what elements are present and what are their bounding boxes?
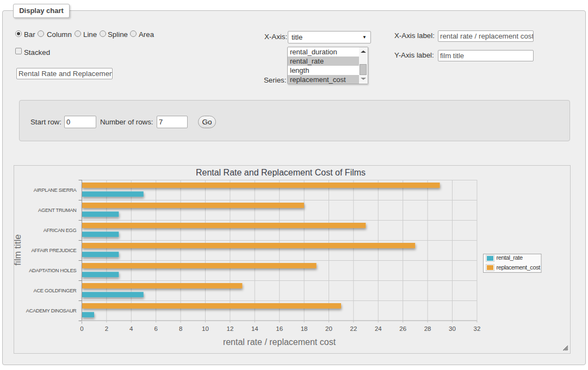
svg-text:AGENT TRUMAN: AGENT TRUMAN	[38, 208, 76, 213]
svg-text:12: 12	[227, 325, 234, 332]
svg-text:ADAPTATION HOLES: ADAPTATION HOLES	[29, 268, 76, 273]
svg-text:10: 10	[202, 325, 209, 332]
svg-text:6: 6	[154, 325, 157, 332]
svg-text:28: 28	[424, 325, 431, 332]
svg-text:18: 18	[301, 325, 308, 332]
svg-text:0: 0	[80, 325, 83, 332]
svg-text:16: 16	[276, 325, 283, 332]
svg-text:30: 30	[449, 325, 456, 332]
svg-text:Rental Rate and Replacement Co: Rental Rate and Replacement Cost of Film…	[196, 168, 366, 177]
svg-text:22: 22	[350, 325, 357, 332]
svg-text:film title: film title	[14, 234, 23, 266]
svg-text:AFRICAN EGG: AFRICAN EGG	[44, 228, 77, 233]
svg-text:ACADEMY DINOSAUR: ACADEMY DINOSAUR	[26, 308, 77, 313]
svg-text:replacement_cost: replacement_cost	[497, 264, 541, 271]
svg-text:4: 4	[129, 325, 133, 332]
svg-text:ACE GOLDFINGER: ACE GOLDFINGER	[34, 288, 77, 293]
svg-text:14: 14	[251, 325, 258, 332]
svg-text:24: 24	[375, 325, 382, 332]
svg-text:20: 20	[325, 325, 332, 332]
svg-text:26: 26	[399, 325, 406, 332]
svg-text:8: 8	[179, 325, 182, 332]
svg-text:AFFAIR PREJUDICE: AFFAIR PREJUDICE	[31, 248, 76, 253]
svg-text:AIRPLANE SIERRA: AIRPLANE SIERRA	[34, 187, 77, 193]
svg-text:2: 2	[105, 325, 108, 332]
svg-text:rental rate / replacement cost: rental rate / replacement cost	[223, 337, 336, 347]
svg-text:rental_rate: rental_rate	[497, 254, 523, 261]
svg-text:32: 32	[474, 325, 481, 332]
